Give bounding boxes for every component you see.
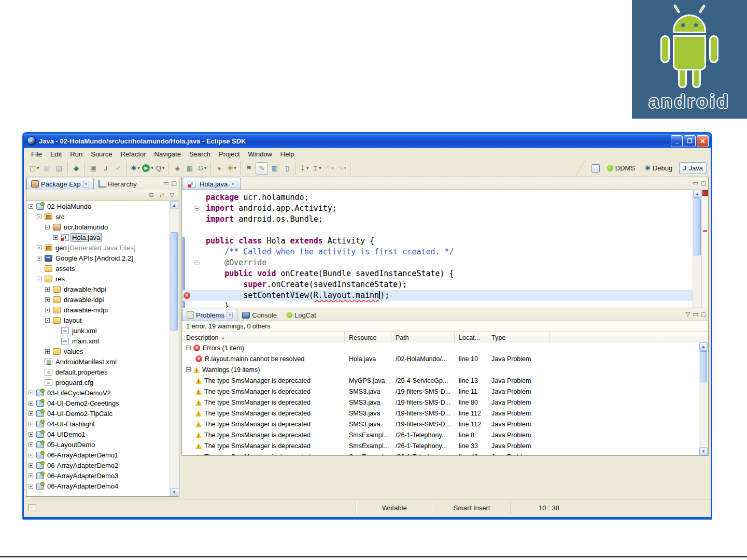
code-line-9[interactable]: super.onCreate(savedInstanceState); xyxy=(182,279,693,290)
menu-navigate[interactable]: Navigate xyxy=(150,149,185,159)
dropdown-arrow-icon[interactable]: ▾ xyxy=(162,166,164,170)
expander-icon[interactable]: + xyxy=(53,235,58,240)
scroll-up-icon[interactable]: ▲ xyxy=(170,201,178,209)
menu-source[interactable]: Source xyxy=(87,149,116,159)
perspective-debug[interactable]: ✱Debug xyxy=(642,163,675,174)
menu-project[interactable]: Project xyxy=(215,149,244,159)
scroll-up-icon[interactable]: ▲ xyxy=(693,190,701,198)
problem-group-row[interactable]: −Errors (1 item) xyxy=(182,342,699,353)
print-icon[interactable]: ▤ xyxy=(53,163,65,174)
problem-group-row[interactable]: −Warnings (19 items) xyxy=(182,364,699,375)
fold-marker-icon[interactable]: − xyxy=(194,260,200,265)
column-header-resource[interactable]: Resource xyxy=(345,332,391,343)
tree-item-hola-java[interactable]: +Hola.java xyxy=(26,232,170,242)
tab-hola-java[interactable]: Hola.java× xyxy=(182,178,241,190)
tab-console[interactable]: Console xyxy=(237,309,281,321)
tree-item-res[interactable]: -res xyxy=(26,274,170,284)
code-line-4[interactable] xyxy=(182,225,693,236)
menu-run[interactable]: Run xyxy=(66,149,87,159)
column-header-type[interactable]: Type xyxy=(487,332,549,343)
show-annotations-icon[interactable]: ▯ xyxy=(281,163,293,174)
expander-icon[interactable]: − xyxy=(186,346,191,350)
dropdown-arrow-icon[interactable]: ▾ xyxy=(319,166,321,170)
dropdown-arrow-icon[interactable]: ▾ xyxy=(306,166,308,170)
expander-icon[interactable]: + xyxy=(45,349,50,354)
code-line-5[interactable]: public class Hola extends Activity { xyxy=(182,236,693,247)
minimize-button[interactable]: _ xyxy=(671,135,683,147)
tree-item-proguard-cfg[interactable]: proguard.cfg xyxy=(26,377,170,387)
code-line-1[interactable]: package ucr.holamundo; xyxy=(182,192,693,203)
jar-export-icon[interactable]: ◈ xyxy=(172,163,183,174)
tree-item-junk-xml[interactable]: junk.xml xyxy=(26,325,170,336)
tree-item-06-arrayadapterdemo4[interactable]: +06-ArrayAdapterDemo4 xyxy=(26,481,170,491)
maximize-view-icon[interactable]: ▢ xyxy=(701,311,706,317)
scrollbar-thumb[interactable] xyxy=(171,232,178,331)
dropdown-arrow-icon[interactable]: ▾ xyxy=(137,166,139,170)
close-tab-icon[interactable]: × xyxy=(227,312,233,319)
dropdown-arrow-icon[interactable]: ▾ xyxy=(234,166,236,170)
scrollbar-thumb[interactable] xyxy=(700,351,707,382)
tree-item-google-apis-android-2-2[interactable]: +Google APIs [Android 2.2] xyxy=(26,253,170,263)
maximize-view-icon[interactable]: ▢ xyxy=(701,180,706,186)
close-button[interactable]: ✕ xyxy=(697,135,709,147)
tree-item-04-ui-flashlight[interactable]: +04-UI-Flashlight xyxy=(26,419,170,429)
title-bar[interactable]: Java - 02-HolaMundo/src/ucr/holamundo/Ho… xyxy=(24,134,711,148)
mark-occurrences-icon[interactable]: ✎ xyxy=(256,162,268,175)
expander-icon[interactable]: + xyxy=(37,246,41,250)
code-line-8[interactable]: public void onCreate(Bundle savedInstanc… xyxy=(182,268,693,279)
expander-icon[interactable]: + xyxy=(37,256,41,261)
tab-package-exp[interactable]: Package Exp× xyxy=(26,178,94,190)
tree-item-default-properties[interactable]: default.properties xyxy=(26,367,170,377)
code-line-2[interactable]: −import android.app.Activity; xyxy=(182,203,693,214)
code-line-6[interactable]: /** Called when the activity is first cr… xyxy=(182,247,693,257)
tree-item-06-arrayadapterdemo1[interactable]: +06-ArrayAdapterDemo1 xyxy=(26,450,170,460)
tree-item-06-arrayadapterdemo2[interactable]: +06-ArrayAdapterDemo2 xyxy=(26,460,170,470)
expander-icon[interactable]: + xyxy=(29,391,33,395)
expander-icon[interactable]: - xyxy=(29,204,33,209)
code-coverage-icon[interactable]: G▾ xyxy=(196,163,208,174)
tree-item-assets[interactable]: assets xyxy=(26,263,170,274)
problem-row[interactable]: The type SmsManager is deprecatedSmsExam… xyxy=(182,451,699,455)
expander-icon[interactable]: - xyxy=(45,225,50,229)
menu-window[interactable]: Window xyxy=(244,149,276,159)
scroll-up-icon[interactable]: ▲ xyxy=(699,342,708,351)
dropdown-arrow-icon[interactable]: ▾ xyxy=(37,166,39,170)
tree-item-06-arrayadapterdemo3[interactable]: +06-ArrayAdapterDemo3 xyxy=(26,470,170,481)
fold-marker-icon[interactable]: − xyxy=(194,206,200,211)
close-tab-icon[interactable]: × xyxy=(230,181,236,188)
tree-item-drawable-mdpi[interactable]: +drawable-mdpi xyxy=(26,305,170,315)
tree-item-ucr-holamundo[interactable]: -ucr.holamundo xyxy=(26,222,170,232)
problem-row[interactable]: The type SmsManager is deprecatedMyGPS.j… xyxy=(182,375,699,386)
problem-row[interactable]: The type SmsManager is deprecatedSMS3.ja… xyxy=(182,419,699,429)
code-line-3[interactable]: import android.os.Bundle; xyxy=(182,214,693,225)
expander-icon[interactable]: + xyxy=(29,484,33,489)
expander-icon[interactable]: - xyxy=(45,318,50,323)
view-menu-icon[interactable]: ▽ xyxy=(686,311,690,317)
restore-button[interactable]: ❐ xyxy=(684,135,696,147)
problems-scrollbar[interactable]: ▲ ▼ xyxy=(699,342,708,455)
avd-manager-icon[interactable]: ▣ xyxy=(88,163,99,174)
column-header-locat[interactable]: Locat... xyxy=(455,332,487,343)
code-line-10[interactable]: setContentView(R.layout.mainn); xyxy=(182,290,693,301)
tree-item-drawable-hdpi[interactable]: +drawable-hdpi xyxy=(26,284,170,294)
dropdown-arrow-icon[interactable]: ▾ xyxy=(204,166,206,170)
expander-icon[interactable]: + xyxy=(45,297,50,302)
error-tick-icon[interactable] xyxy=(703,230,707,232)
close-tab-icon[interactable]: × xyxy=(83,181,89,188)
menu-help[interactable]: Help xyxy=(276,149,299,159)
column-header-path[interactable]: Path xyxy=(391,332,455,343)
expander-icon[interactable]: + xyxy=(29,422,33,426)
tree-item-main-xml[interactable]: main.xml xyxy=(26,336,170,346)
tab-logcat[interactable]: LogCat xyxy=(281,309,321,321)
expander-icon[interactable]: + xyxy=(45,308,50,312)
expander-icon[interactable]: + xyxy=(29,463,33,468)
expander-icon[interactable]: + xyxy=(29,411,33,416)
dropdown-arrow-icon[interactable]: ▾ xyxy=(331,166,333,170)
expander-icon[interactable]: + xyxy=(29,473,33,478)
menu-edit[interactable]: Edit xyxy=(46,149,66,159)
minimize-view-icon[interactable]: ▭ xyxy=(163,180,168,186)
open-element-icon[interactable]: ● xyxy=(214,163,225,174)
expander-icon[interactable]: + xyxy=(45,287,50,292)
debug-icon[interactable]: ✱▾ xyxy=(130,163,141,174)
link-with-editor-icon[interactable]: ⇄ xyxy=(158,192,165,198)
